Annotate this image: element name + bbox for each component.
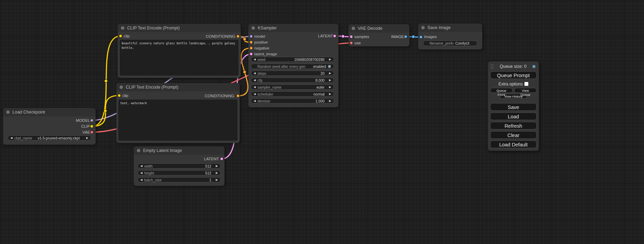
decrement-arrow-icon[interactable]: ◀ xyxy=(10,137,12,139)
reroute-dot-image xyxy=(412,35,415,38)
node-title: Load Checkpoint xyxy=(12,108,45,116)
collapse-dot-icon[interactable] xyxy=(421,26,425,29)
node-vae-decode[interactable]: VAE Decode samples vae IMAGE xyxy=(349,24,409,46)
increment-arrow-icon[interactable]: ▶ xyxy=(216,172,218,174)
output-label-image: IMAGE xyxy=(391,35,404,39)
decrement-arrow-icon[interactable]: ◀ xyxy=(254,72,256,75)
node-title-bar[interactable]: VAE Decode xyxy=(349,24,409,33)
widget-label: Random seed after every gen xyxy=(257,64,311,69)
widget-value: 156680208700286 xyxy=(294,57,325,62)
queue-size-label: Queue size: 0 xyxy=(494,64,532,69)
widget-label: height xyxy=(144,171,203,175)
node-clip-text-encode-negative[interactable]: CLIP Text Encode (Prompt) clip CONDITION… xyxy=(116,83,240,143)
queue-prompt-button[interactable]: Queue Prompt xyxy=(490,71,537,79)
input-label-model: model xyxy=(254,34,265,38)
widget-width[interactable]: ◀ width 512 ▶ xyxy=(138,163,221,169)
queue-panel: Queue size: 0 ✱ Queue Prompt Extra optio… xyxy=(488,61,539,151)
node-save-image[interactable]: Save Image images filename_prefix ComfyU… xyxy=(418,24,482,49)
widget-value: 1 xyxy=(209,178,211,182)
node-title-bar[interactable]: KSampler xyxy=(248,24,338,32)
widget-steps[interactable]: ◀ steps 20 ▶ xyxy=(251,71,334,76)
decrement-arrow-icon[interactable]: ◀ xyxy=(254,79,256,82)
toggle-enabled-icon[interactable] xyxy=(328,65,331,68)
decrement-arrow-icon[interactable]: ◀ xyxy=(254,100,256,102)
widget-cfg[interactable]: ◀ cfg 8.000 ▶ xyxy=(251,78,334,83)
increment-arrow-icon[interactable]: ▶ xyxy=(86,137,88,139)
decrement-arrow-icon[interactable]: ◀ xyxy=(140,172,142,174)
widget-ckpt-name[interactable]: ◀ ckpt_name v1-5-pruned-emaonly.ckpt ▶ xyxy=(8,135,91,141)
view-queue-button[interactable]: View Queue xyxy=(514,88,537,93)
widget-denoise[interactable]: ◀ denoise 1.000 ▶ xyxy=(251,98,334,103)
refresh-button[interactable]: Refresh xyxy=(490,122,537,129)
widget-value: enabled xyxy=(313,64,326,69)
increment-arrow-icon[interactable]: ▶ xyxy=(329,100,331,102)
increment-arrow-icon[interactable]: ▶ xyxy=(329,58,331,61)
widget-seed[interactable]: ◀ seed 156680208700286 ▶ xyxy=(251,57,334,62)
widget-label: batch_size xyxy=(144,178,208,182)
increment-arrow-icon[interactable]: ▶ xyxy=(216,179,218,181)
node-title-bar[interactable]: Load Checkpoint xyxy=(3,108,96,116)
extra-options-checkbox[interactable] xyxy=(524,82,528,86)
node-empty-latent-image[interactable]: Empty Latent Image LATENT ◀ width 512 ▶ … xyxy=(134,146,224,186)
collapse-dot-icon[interactable] xyxy=(252,26,255,30)
prompt-textarea[interactable]: text, watermark xyxy=(118,100,237,141)
input-label-clip: clip xyxy=(124,34,130,38)
comfyui-canvas[interactable]: { "icons": {"arrow_left": "◀", "arrow_ri… xyxy=(0,0,644,244)
decrement-arrow-icon[interactable]: ◀ xyxy=(140,179,142,181)
node-title: KSampler xyxy=(258,24,277,32)
widget-label: filename_prefix xyxy=(430,41,453,45)
node-ksampler[interactable]: KSampler model positive negative latent_… xyxy=(248,24,338,107)
reroute-dot-cond-positive xyxy=(243,38,246,41)
node-load-checkpoint[interactable]: Load Checkpoint MODEL CLIP VAE ◀ ckpt_na… xyxy=(3,108,96,145)
widget-scheduler[interactable]: ◀ scheduler normal ▶ xyxy=(251,91,334,97)
widget-value: normal xyxy=(314,92,325,96)
increment-arrow-icon[interactable]: ▶ xyxy=(329,79,331,82)
settings-gear-icon[interactable]: ✱ xyxy=(532,64,536,69)
node-clip-text-encode-positive[interactable]: CLIP Text Encode (Prompt) clip CONDITION… xyxy=(118,24,241,78)
increment-arrow-icon[interactable]: ▶ xyxy=(329,72,331,75)
wire-clip-to-negative xyxy=(92,96,119,126)
collapse-dot-icon[interactable] xyxy=(137,149,140,152)
queue-front-button[interactable]: Queue Front xyxy=(490,88,513,93)
widget-batch-size[interactable]: ◀ batch_size 1 ▶ xyxy=(138,177,221,182)
output-label-model: MODEL xyxy=(76,118,90,123)
save-button[interactable]: Save xyxy=(490,103,537,111)
output-label-latent: LATENT xyxy=(318,34,333,38)
input-label-clip: clip xyxy=(122,93,128,98)
decrement-arrow-icon[interactable]: ◀ xyxy=(254,93,256,96)
prompt-textarea[interactable]: beautiful scenery nature glass bottle la… xyxy=(120,40,238,75)
node-title-bar[interactable]: Empty Latent Image xyxy=(134,146,224,155)
widget-random-seed[interactable]: Random seed after every gen enabled xyxy=(251,64,334,69)
clear-button[interactable]: Clear xyxy=(490,131,537,139)
widget-sampler-name[interactable]: ◀ sampler_name euler ▶ xyxy=(251,84,334,90)
node-title-bar[interactable]: Save Image xyxy=(418,24,482,32)
widget-filename-prefix[interactable]: filename_prefix ComfyUI xyxy=(423,40,477,46)
collapse-dot-icon[interactable] xyxy=(120,85,123,89)
node-title: Empty Latent Image xyxy=(143,146,182,155)
decrement-arrow-icon[interactable]: ◀ xyxy=(254,58,256,61)
widget-label: sampler_name xyxy=(257,85,315,89)
widget-value: 1.000 xyxy=(316,99,325,103)
output-label-vae: VAE xyxy=(82,130,90,134)
node-title-bar[interactable]: CLIP Text Encode (Prompt) xyxy=(118,24,241,32)
collapse-dot-icon[interactable] xyxy=(6,110,10,114)
widget-value: 20 xyxy=(320,71,325,75)
increment-arrow-icon[interactable]: ▶ xyxy=(329,93,331,96)
input-label-images: images xyxy=(424,35,437,39)
load-button[interactable]: Load xyxy=(490,112,537,120)
increment-arrow-icon[interactable]: ▶ xyxy=(329,86,331,89)
widget-value: 512 xyxy=(205,171,211,175)
widget-value: ComfyUI xyxy=(455,41,469,45)
collapse-dot-icon[interactable] xyxy=(352,27,355,30)
input-label-samples: samples xyxy=(354,35,369,39)
drag-handle-icon[interactable] xyxy=(491,64,494,69)
widget-label: denoise xyxy=(257,99,314,103)
collapse-dot-icon[interactable] xyxy=(121,26,124,30)
increment-arrow-icon[interactable]: ▶ xyxy=(216,165,218,168)
decrement-arrow-icon[interactable]: ◀ xyxy=(254,86,256,89)
node-title-bar[interactable]: CLIP Text Encode (Prompt) xyxy=(116,83,240,91)
load-default-button[interactable]: Load Default xyxy=(490,141,537,148)
widget-height[interactable]: ◀ height 512 ▶ xyxy=(138,170,221,175)
decrement-arrow-icon[interactable]: ◀ xyxy=(140,165,142,168)
widget-label: scheduler xyxy=(257,92,312,96)
